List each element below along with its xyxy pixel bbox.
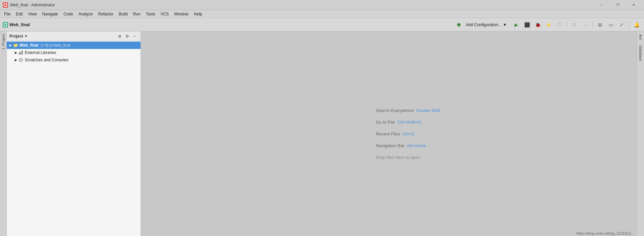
notifications-button[interactable]: 🔔 xyxy=(632,20,641,30)
inspections-indicator[interactable] xyxy=(457,23,461,26)
project-title-area: Web_final xyxy=(3,22,30,27)
stop-button[interactable]: ⬛ xyxy=(522,20,532,30)
run-button[interactable]: ▶ xyxy=(512,20,521,30)
hint-go-to-file: Go to File Ctrl+Shift+N xyxy=(376,120,440,125)
menu-run[interactable]: Run xyxy=(130,10,143,18)
main-area: 1: Project Project ▼ ⊕ ⚙ ─ ▶ 📁 Web_final xyxy=(0,32,644,236)
drop-hint: Drop files here to open xyxy=(376,155,440,160)
split-editor-button[interactable]: ▭ xyxy=(606,20,615,30)
presentation-mode-button[interactable]: ⊞ xyxy=(595,20,605,30)
menu-vcs[interactable]: VCS xyxy=(158,10,172,18)
project-tab[interactable]: 1: Project xyxy=(1,32,6,52)
menu-code[interactable]: Code xyxy=(61,10,76,18)
editor-area[interactable]: Search Everywhere Double Shift Go to Fil… xyxy=(141,32,637,236)
editor-hints: Search Everywhere Double Shift Go to Fil… xyxy=(376,108,440,160)
scratch-label: Scratches and Consoles xyxy=(25,58,68,62)
left-tool-stripe: 1: Project xyxy=(0,32,7,236)
revert-button[interactable]: ↺ xyxy=(570,20,579,30)
menu-build[interactable]: Build xyxy=(116,10,130,18)
menu-window[interactable]: Window xyxy=(171,10,191,18)
hint-recent-files: Recent Files Ctrl+E xyxy=(376,131,440,136)
run-coverage-button[interactable]: ⚡ xyxy=(544,20,553,30)
add-configuration-button[interactable]: Add Configuration... ▼ xyxy=(463,21,510,28)
project-tree: ▶ 📁 Web_final D:\音乐\Web_final ▶ xyxy=(7,41,141,236)
hint-navigation-bar: Navigation Bar Alt+Home xyxy=(376,143,440,148)
menu-refactor[interactable]: Refactor xyxy=(96,10,116,18)
minimize-button[interactable]: ─ xyxy=(594,0,609,10)
sidebar-dropdown-arrow[interactable]: ▼ xyxy=(24,34,28,38)
project-name-label: Web_final xyxy=(9,22,30,27)
toolbar-separator-2 xyxy=(592,21,593,28)
status-url: https://blog.csdn.net/qq_3131813... xyxy=(574,231,637,236)
window-title: Web_final - Administrator xyxy=(10,3,594,7)
scratch-arrow: ▶ xyxy=(13,58,18,62)
ext-lib-arrow: ▶ xyxy=(13,50,18,55)
menu-bar: File Edit View Navigate Code Analyze Ref… xyxy=(0,10,644,18)
menu-help[interactable]: Help xyxy=(191,10,205,18)
svg-rect-2 xyxy=(22,51,23,55)
hint-search-everywhere: Search Everywhere Double Shift xyxy=(376,108,440,113)
ext-lib-label: External Libraries xyxy=(25,50,56,55)
toolbar: Web_final Add Configuration... ▼ ▶ ⬛ 🐞 ⚡… xyxy=(0,18,644,32)
debug-button[interactable]: 🐞 xyxy=(533,20,542,30)
scratch-icon xyxy=(18,57,23,63)
menu-analyze[interactable]: Analyze xyxy=(76,10,96,18)
window-controls: ─ ❐ ✕ xyxy=(594,0,641,10)
distraction-free-button[interactable]: ⤢ xyxy=(617,20,626,30)
restore-button[interactable]: ❐ xyxy=(610,0,625,10)
menu-edit[interactable]: Edit xyxy=(13,10,25,18)
library-icon xyxy=(18,50,23,55)
tree-external-libraries[interactable]: ▶ External Libraries xyxy=(7,49,141,56)
add-config-arrow: ▼ xyxy=(503,22,507,27)
right-tool-stripe: Ant Database xyxy=(637,32,644,236)
app-icon xyxy=(3,2,8,8)
sidebar-header: Project ▼ ⊕ ⚙ ─ xyxy=(7,32,141,41)
sidebar-settings-button[interactable]: ⚙ xyxy=(124,33,130,40)
toolbar-separator xyxy=(567,21,567,28)
menu-file[interactable]: File xyxy=(1,10,13,18)
tree-root-item[interactable]: ▶ 📁 Web_final D:\音乐\Web_final xyxy=(7,42,141,49)
toolbar-separator-3 xyxy=(629,21,629,28)
svg-rect-1 xyxy=(20,51,21,55)
sidebar-title-label: Project xyxy=(9,34,23,39)
title-bar: Web_final - Administrator ─ ❐ ✕ xyxy=(0,0,644,10)
svg-rect-0 xyxy=(19,52,20,55)
database-tab[interactable]: Database xyxy=(638,43,643,64)
ant-tab[interactable]: Ant xyxy=(638,32,643,43)
sidebar-title: Project ▼ xyxy=(9,34,28,39)
forward-button[interactable]: → xyxy=(580,20,590,30)
expand-all-button[interactable]: ⊕ xyxy=(116,33,123,40)
menu-tools[interactable]: Tools xyxy=(143,10,158,18)
add-config-label: Add Configuration... xyxy=(466,22,501,27)
menu-view[interactable]: View xyxy=(25,10,40,18)
close-button[interactable]: ✕ xyxy=(626,0,641,10)
tree-scratches[interactable]: ▶ Scratches and Consoles xyxy=(7,56,141,64)
profile-button[interactable]: ⏱ xyxy=(554,20,564,30)
sidebar-minimize-button[interactable]: ─ xyxy=(131,33,138,40)
project-panel: Project ▼ ⊕ ⚙ ─ ▶ 📁 Web_final D:\音乐\Web_… xyxy=(7,32,141,236)
root-folder-icon: 📁 xyxy=(13,43,18,48)
menu-navigate[interactable]: Navigate xyxy=(40,10,61,18)
project-icon xyxy=(3,22,8,27)
sidebar-actions: ⊕ ⚙ ─ xyxy=(116,33,138,40)
root-arrow: ▶ xyxy=(8,43,13,48)
root-label: Web_final D:\音乐\Web_final xyxy=(19,43,70,48)
